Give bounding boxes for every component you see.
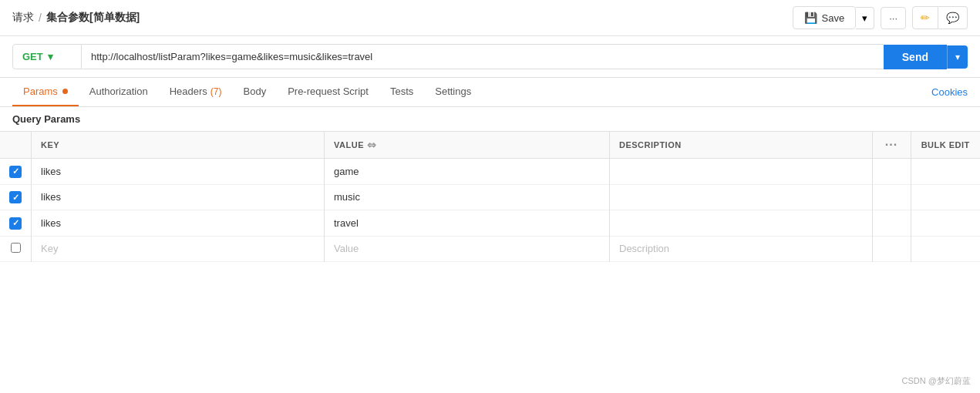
col-header-bulk-edit[interactable]: Bulk Edit bbox=[911, 132, 980, 159]
header-actions: 💾 Save ▾ ··· ✏ 💬 bbox=[793, 6, 968, 29]
table-row: KeyValueDescription bbox=[0, 236, 980, 261]
url-bar: GET ▾ Send ▾ bbox=[0, 36, 980, 78]
tabs-bar: Params Authorization Headers (7) Body Pr… bbox=[0, 78, 980, 107]
breadcrumb: 请求 / 集合参数[简单数据] bbox=[12, 11, 140, 25]
save-icon: 💾 bbox=[804, 12, 817, 24]
more-options-button[interactable]: ··· bbox=[881, 7, 906, 29]
cookies-link[interactable]: Cookies bbox=[931, 86, 968, 98]
value-placeholder[interactable]: Value bbox=[334, 243, 359, 254]
headers-badge: (7) bbox=[210, 86, 222, 97]
send-dropdown-button[interactable]: ▾ bbox=[947, 45, 968, 69]
tab-headers[interactable]: Headers (7) bbox=[159, 78, 233, 106]
query-params-section-header: Query Params bbox=[0, 107, 980, 132]
desc-placeholder[interactable]: Description bbox=[619, 243, 669, 254]
tab-settings[interactable]: Settings bbox=[424, 78, 482, 106]
row-checkbox[interactable] bbox=[9, 166, 22, 178]
method-dropdown-arrow: ▾ bbox=[48, 51, 53, 62]
table-row: likesgame bbox=[0, 159, 980, 185]
breadcrumb-title: 集合参数[简单数据] bbox=[46, 11, 140, 25]
col-header-key: KEY bbox=[32, 132, 325, 159]
col-header-description: DESCRIPTION bbox=[610, 132, 873, 159]
method-label: GET bbox=[22, 51, 43, 62]
params-dot bbox=[62, 89, 68, 94]
edit-comment-group: ✏ 💬 bbox=[912, 6, 968, 29]
tab-authorization[interactable]: Authorization bbox=[79, 78, 159, 106]
table-header-row: KEY VALUE ⇔ DESCRIPTION ··· Bulk Edit bbox=[0, 132, 980, 159]
edit-button[interactable]: ✏ bbox=[912, 6, 938, 29]
row-checkbox[interactable] bbox=[9, 191, 22, 203]
table-row: likesmusic bbox=[0, 184, 980, 210]
table-header-more-icon[interactable]: ··· bbox=[885, 138, 897, 151]
params-table: KEY VALUE ⇔ DESCRIPTION ··· Bulk Edit li… bbox=[0, 132, 980, 262]
tab-tests[interactable]: Tests bbox=[379, 78, 424, 106]
col-header-value: VALUE ⇔ bbox=[325, 132, 610, 159]
save-button[interactable]: 💾 Save bbox=[793, 6, 857, 29]
col-header-checkbox bbox=[0, 132, 32, 159]
tab-body[interactable]: Body bbox=[233, 78, 278, 106]
breadcrumb-prefix: 请求 bbox=[12, 11, 34, 25]
header-bar: 请求 / 集合参数[简单数据] 💾 Save ▾ ··· ✏ 💬 bbox=[0, 0, 980, 36]
url-input[interactable] bbox=[82, 44, 884, 69]
row-checkbox-empty[interactable] bbox=[11, 243, 21, 253]
comment-button[interactable]: 💬 bbox=[938, 6, 968, 29]
col-header-actions: ··· bbox=[872, 132, 911, 159]
send-button[interactable]: Send bbox=[884, 45, 947, 69]
method-selector[interactable]: GET ▾ bbox=[12, 44, 82, 69]
save-dropdown-button[interactable]: ▾ bbox=[856, 7, 874, 29]
row-checkbox[interactable] bbox=[9, 217, 22, 230]
resize-handle-icon[interactable]: ⇔ bbox=[367, 139, 377, 151]
tab-params[interactable]: Params bbox=[12, 78, 79, 106]
key-placeholder[interactable]: Key bbox=[41, 243, 58, 254]
tab-pre-request-script[interactable]: Pre-request Script bbox=[277, 78, 379, 106]
breadcrumb-separator: / bbox=[39, 12, 42, 24]
table-body: likesgamelikesmusiclikestravelKeyValueDe… bbox=[0, 159, 980, 262]
table-row: likestravel bbox=[0, 210, 980, 237]
